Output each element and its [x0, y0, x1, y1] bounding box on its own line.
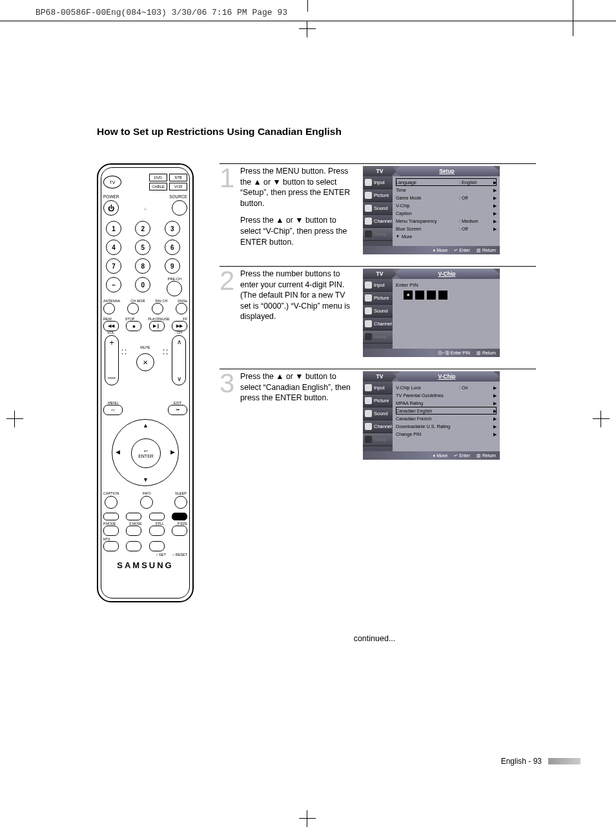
print-header: BP68-00586F-00Eng(084~103) 3/30/06 7:16 … [36, 8, 287, 17]
remote-cable-chip: CABLE [149, 183, 167, 190]
pin-box-3 [427, 291, 436, 300]
step-1-para-1: Press the MENU button. Press the ▲ or ▼ … [240, 166, 355, 209]
sidebar-input: Input [374, 282, 385, 288]
remote-smode-button [126, 526, 141, 536]
continued-text: continued... [220, 634, 529, 643]
osd-row-bluescreen: Blue Screen [396, 226, 459, 232]
remote-ff-label: FF [183, 317, 187, 321]
step-3: 3 Press the ▲ or ▼ button to select “Can… [220, 369, 536, 460]
return-icon: ▥ [477, 248, 481, 252]
move-icon: ♦ [433, 248, 436, 252]
sidebar-setup: Setup [374, 436, 387, 442]
osd-main-panel: Enter PIN [393, 279, 500, 349]
enter-icon: ↵ [454, 248, 458, 252]
osd-main-panel: Language: English▶ Time▶ Game Mode: Off▶… [393, 176, 500, 246]
remote-num-8: 8 [135, 258, 150, 274]
remote-sleep-label: SLEEP [175, 491, 187, 495]
osd-tab-tv: TV [363, 371, 396, 382]
remote-brand: SAMSUNG [103, 560, 187, 570]
remote-rew-button: ◀◀ [103, 321, 119, 331]
step-number: 3 [220, 371, 235, 460]
osd-row-vchip: V-Chip [396, 203, 459, 209]
remote-num-4: 4 [106, 240, 121, 255]
step-1: 1 Press the MENU button. Press the ▲ or … [220, 163, 536, 254]
remote-pmode-button [103, 526, 119, 536]
remote-playpause-button: ▶❙ [149, 321, 165, 331]
osd-vchip-menu: TV V-Chip Input Picture Sound Channel Se… [363, 371, 500, 460]
page-footer: English - 93 [501, 757, 580, 766]
sidebar-setup: Setup [374, 334, 387, 340]
osd-tab-title: V-Chip [394, 269, 500, 279]
remote-antenna-label: ANTENNA [103, 299, 120, 303]
osd-footer: ⓪~⑨Enter PIN ▥Return [363, 349, 500, 357]
remote-vol-label: VOL [107, 331, 114, 334]
pin-box-1 [404, 291, 413, 300]
remote-num-6: 6 [165, 240, 180, 255]
remote-chmgr-button [127, 303, 139, 314]
remote-ch-rocker: ∧∨ [172, 335, 186, 385]
remote-color-a [103, 513, 119, 520]
remote-vol-rocker: +— [105, 335, 119, 385]
osd-row-canadian-french: Canadian French [396, 416, 459, 422]
osd-row-changepin: Change PIN [396, 431, 459, 437]
osd-tab-title: Setup [394, 166, 500, 176]
remote-dot-grid-left: ∘∘∘∘ [121, 348, 128, 356]
input-icon [365, 384, 372, 391]
remote-prech-button [167, 281, 182, 296]
remote-favch-button [152, 303, 163, 314]
channel-icon [365, 423, 372, 430]
osd-row-tvparental: TV Parental Guidelines [396, 393, 459, 398]
osd-tab-title: V-Chip [394, 371, 500, 382]
pin-boxes [404, 291, 497, 300]
remote-num-0: 0 [135, 277, 150, 292]
remote-caption-label: CAPTION [103, 491, 119, 495]
remote-dpad-right-icon: ▶ [170, 449, 175, 455]
remote-ch-label: CH [177, 331, 182, 334]
remote-power-button: ⏻ [103, 200, 119, 216]
step-text: Press the ▲ or ▼ button to select “Canad… [240, 371, 355, 410]
return-icon: ▥ [477, 453, 481, 458]
remote-still-button [149, 526, 165, 536]
sidebar-sound: Sound [374, 411, 388, 416]
remote-dpad: ↩ ENTER ▲ ▼ ◀ ▶ [112, 419, 179, 486]
osd-footer: ♦Move ↵Enter ▥Return [363, 451, 500, 460]
remote-mts-button [103, 541, 119, 551]
channel-icon [365, 218, 372, 225]
osd-tab-tv: TV [363, 269, 396, 279]
remote-enter-button: ↩ ENTER [131, 438, 161, 468]
crop-mark-left [6, 411, 23, 427]
footer-bar [548, 758, 580, 764]
remote-dnse-label: DNSe [178, 299, 187, 303]
remote-reset-label: ○ RESET [172, 553, 187, 557]
channel-icon [365, 320, 372, 327]
page-title: How to Set up Restrictions Using Canadia… [97, 126, 536, 138]
step-number: 1 [220, 166, 235, 254]
remote-antenna-button [103, 303, 115, 314]
step-2: 2 Press the number buttons to enter your… [220, 266, 536, 357]
remote-color-c [149, 513, 165, 520]
osd-footer: ♦Move ↵Enter ▥Return [363, 246, 500, 254]
remote-num-3: 3 [165, 221, 180, 236]
sidebar-sound: Sound [374, 308, 388, 314]
remote-dpad-down-icon: ▼ [143, 476, 149, 483]
osd-row-canadian-english: Canadian English [396, 408, 459, 414]
osd-sidebar: Input Picture Sound Channel Setup [363, 176, 393, 246]
remote-caption-button [105, 496, 118, 509]
osd-row-downloadable: Downloadable U.S. Rating [396, 424, 459, 429]
remote-num-7: 7 [106, 258, 121, 274]
sidebar-setup: Setup [374, 231, 387, 237]
remote-control-diagram: TV DVD STB CABLE VCR POWER SOURCE ⏻ [97, 163, 194, 602]
sidebar-picture: Picture [374, 192, 389, 198]
sound-icon [365, 307, 372, 314]
pin-box-4 [438, 291, 447, 300]
osd-row-menutrans: Menu Transparency [396, 218, 459, 224]
remote-color-d [172, 513, 187, 520]
numbers-icon: ⓪~⑨ [438, 351, 449, 355]
step-number: 2 [220, 269, 235, 357]
step-2-para-1: Press the number buttons to enter your c… [240, 269, 355, 322]
sidebar-input: Input [374, 385, 385, 391]
pin-box-2 [415, 291, 424, 300]
remote-num-5: 5 [135, 240, 150, 255]
enter-pin-label: Enter PIN [396, 282, 497, 288]
remote-ff-button: ▶▶ [172, 321, 187, 331]
